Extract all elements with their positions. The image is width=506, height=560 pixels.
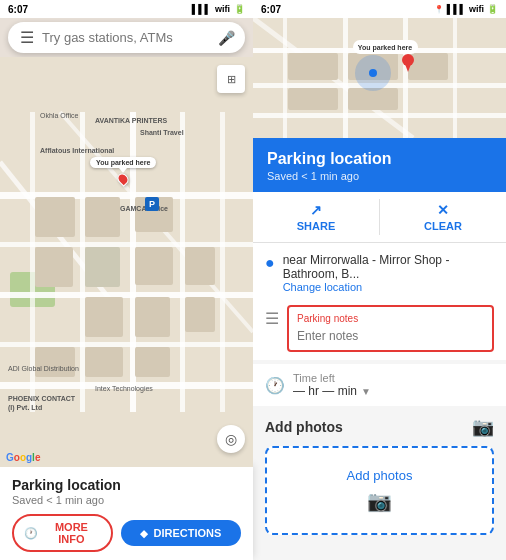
search-bar[interactable]: ☰ 🎤 <box>8 22 245 53</box>
svg-rect-34 <box>453 18 457 138</box>
clock-icon: 🕐 <box>265 376 285 395</box>
location-dot-icon: ● <box>265 254 275 272</box>
svg-rect-38 <box>408 53 448 80</box>
svg-rect-39 <box>288 88 338 110</box>
time-label: Time left <box>293 372 371 384</box>
clear-button[interactable]: ✕ CLEAR <box>380 192 506 242</box>
signal-icon-right: ▌▌▌ <box>447 4 466 14</box>
signal-icon: ▌▌▌ <box>192 4 211 14</box>
layers-icon: ⊞ <box>227 73 236 86</box>
notes-row: ☰ Parking notes <box>265 305 494 352</box>
time-dropdown-icon[interactable]: ▼ <box>361 386 371 397</box>
svg-point-42 <box>369 69 377 77</box>
svg-text:You parked here: You parked here <box>358 44 412 52</box>
info-card-title: Parking location <box>267 150 492 168</box>
more-info-label: MORE INFO <box>42 521 101 545</box>
time-left: 6:07 <box>8 4 28 15</box>
wifi-icon-right: wifi <box>469 4 484 14</box>
left-panel: 6:07 ▌▌▌ wifi 🔋 ☰ 🎤 <box>0 0 253 560</box>
compass-icon: ◎ <box>225 431 237 447</box>
svg-rect-20 <box>185 247 215 285</box>
svg-rect-18 <box>85 247 120 287</box>
info-card-subtitle: Saved < 1 min ago <box>267 170 492 182</box>
google-logo: Google <box>6 452 40 463</box>
layers-button[interactable]: ⊞ <box>217 65 245 93</box>
compass-button[interactable]: ◎ <box>217 425 245 453</box>
status-bar-left: 6:07 ▌▌▌ wifi 🔋 <box>0 0 253 18</box>
parking-location-title: Parking location <box>12 477 241 493</box>
notes-box[interactable]: Parking notes <box>287 305 494 352</box>
share-icon: ↗ <box>310 202 322 218</box>
bottom-card-actions: 🕐 MORE INFO ◆ DIRECTIONS <box>12 514 241 552</box>
location-info: near Mirrorwalla - Mirror Shop - Bathroo… <box>283 253 494 293</box>
svg-rect-22 <box>135 297 170 337</box>
directions-diamond-icon: ◆ <box>140 528 148 539</box>
share-label: SHARE <box>297 220 336 232</box>
notes-section: ☰ Parking notes <box>253 299 506 360</box>
add-photos-box[interactable]: Add photos 📷 <box>265 446 494 535</box>
clear-label: CLEAR <box>424 220 462 232</box>
map-label-phoenix: PHOENIX CONTACT (I) Pvt. Ltd <box>8 395 78 412</box>
location-address: near Mirrorwalla - Mirror Shop - Bathroo… <box>283 253 494 281</box>
map-area: Afflatous International Shanti Travel Ok… <box>0 57 253 467</box>
svg-rect-3 <box>0 242 253 247</box>
svg-rect-5 <box>0 342 253 347</box>
svg-rect-40 <box>348 88 398 110</box>
svg-rect-17 <box>35 247 73 287</box>
add-photos-title: Add photos <box>265 419 343 435</box>
clear-x-icon: ✕ <box>437 202 449 218</box>
time-right: 6:07 <box>261 4 281 15</box>
svg-rect-36 <box>288 53 338 80</box>
search-input[interactable] <box>42 30 210 45</box>
map-label-adi: ADI Global Distribution <box>8 365 79 372</box>
status-bar-right: 6:07 📍 ▌▌▌ wifi 🔋 <box>253 0 506 18</box>
notes-label: Parking notes <box>297 313 484 324</box>
time-info: Time left — hr — min ▼ <box>293 372 371 398</box>
svg-rect-24 <box>35 347 75 377</box>
change-location-link[interactable]: Change location <box>283 281 494 293</box>
svg-rect-23 <box>185 297 215 332</box>
camera-add-icon: 📷 <box>367 489 392 513</box>
map-label-okhla: Okhla Office <box>40 112 78 119</box>
svg-rect-31 <box>283 18 287 138</box>
map-label-avantika: AVANTIKA PRINTERS <box>95 117 167 124</box>
svg-rect-32 <box>343 18 348 138</box>
battery-icon-right: 🔋 <box>487 4 498 14</box>
info-card-header: Parking location Saved < 1 min ago <box>253 138 506 192</box>
svg-rect-21 <box>85 297 123 337</box>
bottom-card: Parking location Saved < 1 min ago 🕐 MOR… <box>0 467 253 560</box>
status-icons-left: ▌▌▌ wifi 🔋 <box>192 4 245 14</box>
svg-rect-25 <box>85 347 123 377</box>
saved-subtitle: Saved < 1 min ago <box>12 494 241 506</box>
status-icons-right: 📍 ▌▌▌ wifi 🔋 <box>434 4 498 14</box>
add-photos-section: Add photos 📷 Add photos 📷 <box>253 406 506 545</box>
camera-header-icon[interactable]: 📷 <box>472 416 494 438</box>
share-button[interactable]: ↗ SHARE <box>253 192 379 242</box>
svg-rect-19 <box>135 247 173 285</box>
time-row: 🕐 Time left — hr — min ▼ <box>253 364 506 406</box>
notes-input[interactable] <box>297 329 484 343</box>
more-info-button[interactable]: 🕐 MORE INFO <box>12 514 113 552</box>
directions-button[interactable]: ◆ DIRECTIONS <box>121 520 241 546</box>
map-thumbnail: You parked here <box>253 18 506 138</box>
battery-icon-left: 🔋 <box>234 4 245 14</box>
svg-rect-26 <box>135 347 170 377</box>
svg-rect-14 <box>35 197 75 237</box>
you-parked-bubble: You parked here <box>90 157 156 185</box>
add-photos-text: Add photos <box>347 468 413 483</box>
right-panel: 6:07 📍 ▌▌▌ wifi 🔋 <box>253 0 506 560</box>
map-label-afflatous: Afflatous International <box>40 147 114 154</box>
svg-rect-11 <box>220 112 225 412</box>
svg-rect-4 <box>0 292 253 298</box>
svg-rect-33 <box>403 18 408 138</box>
mic-icon[interactable]: 🎤 <box>218 30 235 46</box>
notes-icon: ☰ <box>265 309 279 328</box>
menu-icon[interactable]: ☰ <box>20 28 34 47</box>
directions-label: DIRECTIONS <box>153 527 221 539</box>
time-value-row: — hr — min ▼ <box>293 384 371 398</box>
map-label-intex: Intex Technologies <box>95 385 153 392</box>
map-background: Afflatous International Shanti Travel Ok… <box>0 57 253 467</box>
wifi-icon-left: wifi <box>215 4 230 14</box>
gamca-p-marker: P <box>145 197 159 211</box>
map-label-gamca: GAMCA Office <box>120 205 168 212</box>
